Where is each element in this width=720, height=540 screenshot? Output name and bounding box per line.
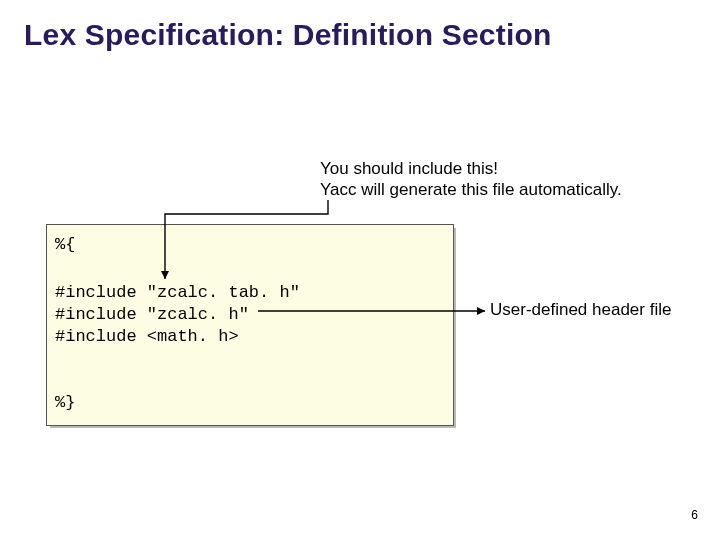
code-line-include3: #include <math. h> [55,327,239,346]
code-line-include2: #include "zcalc. h" [55,305,249,324]
page-number: 6 [691,508,698,522]
code-line-open: %{ [55,235,75,254]
slide-title: Lex Specification: Definition Section [24,18,551,52]
code-line-include1: #include "zcalc. tab. h" [55,283,300,302]
code-box: %{ #include "zcalc. tab. h" #include "zc… [46,224,454,426]
code-line-close: %} [55,393,75,412]
annotation-right: User-defined header file [490,300,671,320]
annotation-top: You should include this! Yacc will gener… [320,158,622,201]
annotation-top-line1: You should include this! [320,159,498,178]
annotation-top-line2: Yacc will generate this file automatical… [320,180,622,199]
